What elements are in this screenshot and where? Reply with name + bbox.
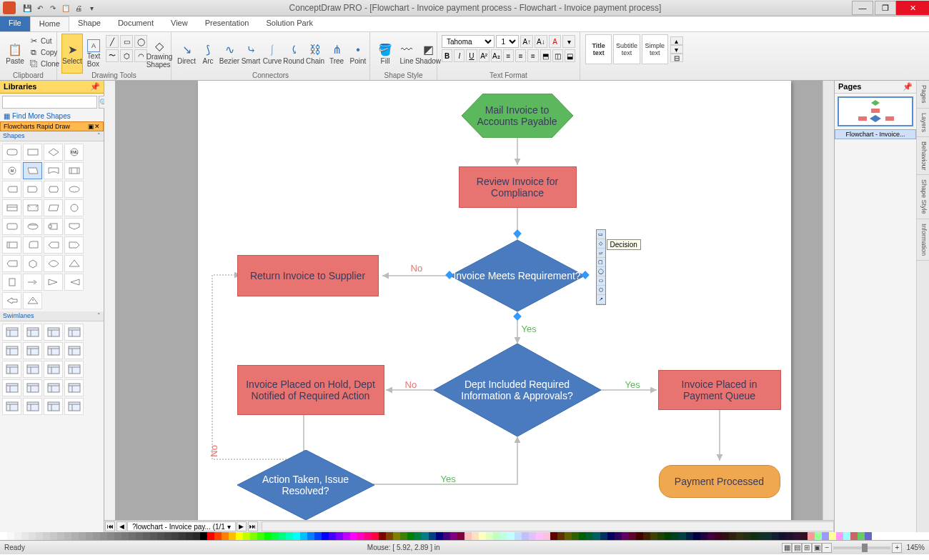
chain-connector[interactable]: ⛓Chain	[304, 34, 326, 74]
palette-swatch[interactable]	[257, 532, 264, 540]
shape-cell[interactable]	[64, 218, 84, 235]
shape-cell[interactable]	[44, 218, 63, 235]
shape-cell[interactable]	[23, 274, 42, 291]
shape-cell[interactable]	[23, 292, 42, 309]
find-more-shapes-link[interactable]: ▦Find More Shapes	[0, 111, 104, 121]
selection-handle[interactable]	[513, 312, 521, 320]
palette-swatch[interactable]	[93, 532, 100, 540]
bezier-connector[interactable]: ∿Bezier	[219, 34, 240, 74]
palette-swatch[interactable]	[679, 532, 686, 540]
palette-swatch[interactable]	[336, 532, 343, 540]
shape-cell[interactable]	[2, 292, 21, 309]
maximize-button[interactable]: ❐	[875, 1, 896, 15]
sidetab-shapestyle[interactable]: Shape Style	[917, 175, 929, 219]
palette-swatch[interactable]	[372, 532, 379, 540]
palette-swatch[interactable]	[808, 532, 815, 540]
sidetab-behaviour[interactable]: Behaviour	[917, 137, 929, 176]
shape-cell[interactable]	[23, 199, 42, 216]
palette-swatch[interactable]	[443, 532, 450, 540]
palette-swatch[interactable]	[64, 532, 71, 540]
tab-view[interactable]: View	[162, 16, 197, 31]
palette-swatch[interactable]	[121, 532, 129, 540]
palette-swatch[interactable]	[50, 532, 57, 540]
palette-swatch[interactable]	[786, 532, 793, 540]
palette-swatch[interactable]	[650, 532, 657, 540]
sidetab-layers[interactable]: Layers	[917, 109, 929, 137]
swimlane-cell[interactable]	[2, 324, 21, 341]
swimlane-cell[interactable]	[64, 398, 84, 415]
rect-tool-icon[interactable]: ▭	[120, 35, 133, 48]
font-select[interactable]: Tahoma	[442, 35, 495, 48]
palette-swatch[interactable]	[236, 532, 243, 540]
collapse-icon[interactable]: ˄	[97, 132, 101, 140]
shape-cell[interactable]	[2, 274, 21, 291]
vertical-scrollbar[interactable]	[823, 81, 834, 520]
palette-swatch[interactable]	[822, 532, 829, 540]
subtitle-text-style[interactable]: Subtitle text	[613, 34, 640, 64]
align-left-icon[interactable]: ≡	[503, 49, 514, 62]
swimlane-cell[interactable]	[2, 398, 21, 415]
palette-swatch[interactable]	[815, 532, 822, 540]
tree-connector[interactable]: ⋔Tree	[326, 34, 347, 74]
palette-swatch[interactable]	[286, 532, 293, 540]
fc-return[interactable]: Return Invoice to Supplier	[237, 255, 379, 296]
palette-swatch[interactable]	[800, 532, 808, 540]
palette-swatch[interactable]	[829, 532, 836, 540]
palette-swatch[interactable]	[36, 532, 43, 540]
shadow-button[interactable]: ◩Shadow	[417, 34, 439, 74]
palette-swatch[interactable]	[229, 532, 236, 540]
point-connector[interactable]: •Point	[347, 34, 369, 74]
zoom-in-button[interactable]: +	[892, 543, 902, 553]
panel-pin-icon[interactable]: 📌	[903, 82, 913, 91]
palette-swatch[interactable]	[472, 532, 479, 540]
palette-swatch[interactable]	[79, 532, 86, 540]
shape-cell[interactable]	[64, 181, 84, 198]
palette-swatch[interactable]	[43, 532, 50, 540]
palette-swatch[interactable]	[407, 532, 414, 540]
collapse-icon[interactable]: ˄	[97, 312, 101, 320]
fc-action-decision[interactable]: Action Taken, Issue Resolved?	[237, 450, 374, 520]
swimlanes-subheader[interactable]: Swimlanes˄	[0, 311, 104, 321]
palette-swatch[interactable]	[357, 532, 364, 540]
font-color-icon[interactable]: A	[549, 35, 562, 48]
tab-presentation[interactable]: Presentation	[197, 16, 258, 31]
qat-undo-icon[interactable]: ↶	[34, 2, 46, 14]
palette-swatch[interactable]	[750, 532, 757, 540]
smart-opt-2[interactable]: ◇	[597, 239, 605, 249]
shape-cell[interactable]	[44, 199, 63, 216]
qat-redo-icon[interactable]: ↷	[47, 2, 59, 14]
palette-swatch[interactable]	[7, 532, 14, 540]
shape-cell[interactable]	[44, 144, 63, 161]
palette-swatch[interactable]	[414, 532, 422, 540]
palette-swatch[interactable]	[457, 532, 464, 540]
page-last-icon[interactable]: ⏭	[248, 521, 258, 531]
qat-save-icon[interactable]: 💾	[21, 2, 33, 14]
view-mode-2-icon[interactable]: ▤	[792, 543, 802, 553]
palette-swatch[interactable]	[21, 532, 29, 540]
palette-swatch[interactable]	[29, 532, 36, 540]
smart-opt-3[interactable]: ▱	[597, 249, 605, 258]
palette-swatch[interactable]	[843, 532, 850, 540]
swimlane-cell[interactable]	[64, 361, 84, 378]
palette-swatch[interactable]	[386, 532, 393, 540]
shape-cell[interactable]	[44, 181, 63, 198]
zoom-out-button[interactable]: −	[822, 543, 832, 553]
section-expand-icon[interactable]: ▣	[88, 123, 94, 130]
swimlane-cell[interactable]	[44, 398, 63, 415]
page-next-icon[interactable]: ▶	[237, 521, 247, 531]
swimlane-cell[interactable]	[44, 342, 63, 359]
tab-document[interactable]: Document	[109, 16, 162, 31]
palette-swatch[interactable]	[672, 532, 679, 540]
page-first-icon[interactable]: ⏮	[105, 521, 115, 531]
view-mode-1-icon[interactable]: ▦	[782, 543, 792, 553]
page-thumb-label[interactable]: Flowchart - Invoice...	[835, 129, 916, 139]
palette-swatch[interactable]	[858, 532, 865, 540]
palette-swatch[interactable]	[793, 532, 800, 540]
shape-cell[interactable]	[64, 274, 84, 291]
styles-more-icon[interactable]: ⊟	[670, 54, 683, 62]
palette-swatch[interactable]	[557, 532, 565, 540]
palette-swatch[interactable]	[865, 532, 872, 540]
palette-swatch[interactable]	[450, 532, 457, 540]
align-right-icon[interactable]: ≡	[527, 49, 538, 62]
palette-swatch[interactable]	[307, 532, 314, 540]
